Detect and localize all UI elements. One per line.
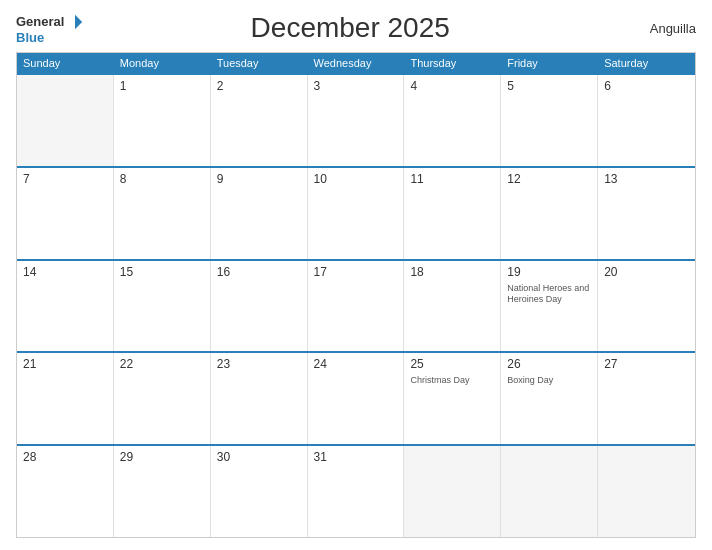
cal-cell-w2-d3: 17 (308, 261, 405, 352)
cal-cell-w4-d0: 28 (17, 446, 114, 537)
day-number: 1 (120, 79, 204, 93)
header-thursday: Thursday (404, 53, 501, 73)
cal-cell-w2-d6: 20 (598, 261, 695, 352)
cal-cell-w1-d4: 11 (404, 168, 501, 259)
day-number: 17 (314, 265, 398, 279)
week-row-3: 2122232425Christmas Day26Boxing Day27 (17, 351, 695, 444)
day-number: 19 (507, 265, 591, 279)
cal-cell-w4-d4 (404, 446, 501, 537)
logo-general-text: General (16, 15, 64, 28)
cal-cell-w4-d6 (598, 446, 695, 537)
week-row-2: 141516171819National Heroes and Heroines… (17, 259, 695, 352)
logo-flag-icon (66, 13, 84, 31)
day-number: 24 (314, 357, 398, 371)
cal-cell-w1-d2: 9 (211, 168, 308, 259)
day-number: 30 (217, 450, 301, 464)
header-tuesday: Tuesday (211, 53, 308, 73)
day-number: 15 (120, 265, 204, 279)
week-row-1: 78910111213 (17, 166, 695, 259)
day-number: 20 (604, 265, 689, 279)
cal-cell-w3-d0: 21 (17, 353, 114, 444)
svg-marker-0 (75, 14, 82, 28)
day-number: 8 (120, 172, 204, 186)
day-number: 6 (604, 79, 689, 93)
cal-cell-w2-d1: 15 (114, 261, 211, 352)
day-number: 4 (410, 79, 494, 93)
cal-cell-w3-d2: 23 (211, 353, 308, 444)
cal-cell-w0-d5: 5 (501, 75, 598, 166)
cal-cell-w3-d1: 22 (114, 353, 211, 444)
day-number: 9 (217, 172, 301, 186)
day-number: 22 (120, 357, 204, 371)
day-number: 16 (217, 265, 301, 279)
day-number: 10 (314, 172, 398, 186)
cal-cell-w2-d5: 19National Heroes and Heroines Day (501, 261, 598, 352)
day-number: 11 (410, 172, 494, 186)
cal-cell-w4-d1: 29 (114, 446, 211, 537)
day-number: 7 (23, 172, 107, 186)
event-label: Christmas Day (410, 375, 494, 387)
day-number: 13 (604, 172, 689, 186)
event-label: Boxing Day (507, 375, 591, 387)
cal-cell-w1-d3: 10 (308, 168, 405, 259)
cal-cell-w1-d5: 12 (501, 168, 598, 259)
day-number: 23 (217, 357, 301, 371)
country-label: Anguilla (616, 21, 696, 36)
cal-cell-w1-d0: 7 (17, 168, 114, 259)
cal-cell-w4-d2: 30 (211, 446, 308, 537)
week-row-4: 28293031 (17, 444, 695, 537)
cal-cell-w3-d3: 24 (308, 353, 405, 444)
header-friday: Friday (501, 53, 598, 73)
cal-cell-w0-d2: 2 (211, 75, 308, 166)
cal-cell-w1-d6: 13 (598, 168, 695, 259)
cal-cell-w3-d5: 26Boxing Day (501, 353, 598, 444)
calendar-body: 12345678910111213141516171819National He… (17, 73, 695, 537)
day-number: 14 (23, 265, 107, 279)
header-wednesday: Wednesday (308, 53, 405, 73)
cal-cell-w0-d4: 4 (404, 75, 501, 166)
cal-cell-w2-d4: 18 (404, 261, 501, 352)
day-number: 12 (507, 172, 591, 186)
cal-cell-w0-d6: 6 (598, 75, 695, 166)
cal-cell-w3-d4: 25Christmas Day (404, 353, 501, 444)
day-number: 25 (410, 357, 494, 371)
day-number: 27 (604, 357, 689, 371)
header-sunday: Sunday (17, 53, 114, 73)
logo: General Blue (16, 13, 84, 44)
header-saturday: Saturday (598, 53, 695, 73)
day-number: 5 (507, 79, 591, 93)
day-number: 28 (23, 450, 107, 464)
cal-cell-w0-d3: 3 (308, 75, 405, 166)
header: General Blue December 2025 Anguilla (16, 12, 696, 44)
calendar-page: General Blue December 2025 Anguilla Sund… (0, 0, 712, 550)
header-monday: Monday (114, 53, 211, 73)
day-number: 29 (120, 450, 204, 464)
cal-cell-w1-d1: 8 (114, 168, 211, 259)
cal-cell-w4-d5 (501, 446, 598, 537)
day-number: 21 (23, 357, 107, 371)
cal-cell-w2-d2: 16 (211, 261, 308, 352)
calendar-grid: Sunday Monday Tuesday Wednesday Thursday… (16, 52, 696, 538)
logo-blue-text: Blue (16, 31, 44, 44)
cal-cell-w2-d0: 14 (17, 261, 114, 352)
day-number: 2 (217, 79, 301, 93)
calendar-header: Sunday Monday Tuesday Wednesday Thursday… (17, 53, 695, 73)
cal-cell-w0-d1: 1 (114, 75, 211, 166)
day-number: 3 (314, 79, 398, 93)
cal-cell-w0-d0 (17, 75, 114, 166)
calendar-title: December 2025 (84, 12, 616, 44)
day-number: 31 (314, 450, 398, 464)
cal-cell-w4-d3: 31 (308, 446, 405, 537)
event-label: National Heroes and Heroines Day (507, 283, 591, 306)
week-row-0: 123456 (17, 73, 695, 166)
day-number: 26 (507, 357, 591, 371)
day-number: 18 (410, 265, 494, 279)
cal-cell-w3-d6: 27 (598, 353, 695, 444)
